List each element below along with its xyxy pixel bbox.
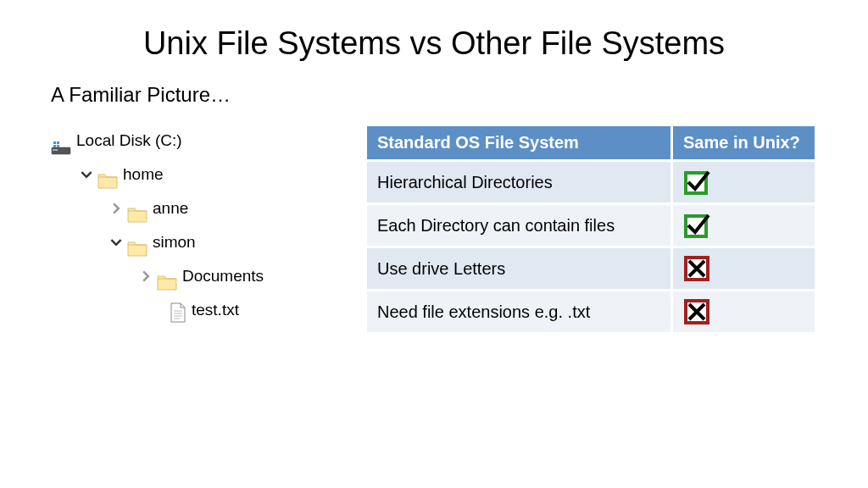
chevron-down-icon [81, 169, 92, 180]
svg-rect-4 [53, 145, 56, 147]
chevron-down-icon [110, 236, 122, 248]
table-row: Use drive Letters [366, 247, 816, 291]
check-icon [683, 212, 710, 239]
table-cell-status [672, 204, 816, 247]
chevron-right-icon [140, 270, 152, 282]
tree-node-simon: simon [51, 225, 314, 259]
svg-rect-2 [53, 141, 56, 144]
table-row: Hierarchical Directories [366, 161, 816, 204]
cross-icon [683, 298, 710, 325]
slide-title: Unix File Systems vs Other File Systems [51, 25, 817, 62]
table-cell-status [672, 291, 816, 334]
tree-label-testfile: test.txt [192, 292, 239, 328]
svg-rect-3 [57, 141, 59, 144]
disk-icon [51, 133, 71, 148]
comparison-table: Standard OS File System Same in Unix? Hi… [364, 124, 817, 335]
table-cell-feature: Hierarchical Directories [366, 161, 672, 204]
tree-label-documents: Documents [182, 258, 264, 294]
folder-icon [97, 166, 118, 183]
file-tree: Local Disk (C:) home anne [51, 124, 314, 335]
folder-icon [157, 268, 177, 285]
svg-rect-1 [53, 149, 58, 151]
table-row: Need file extensions e.g. .txt [366, 291, 816, 334]
chevron-right-icon [110, 202, 122, 214]
file-icon [170, 300, 186, 320]
table-header-row: Standard OS File System Same in Unix? [366, 125, 816, 161]
table-cell-status [672, 161, 816, 204]
slide-subtitle: A Familiar Picture… [51, 83, 817, 107]
table-cell-status [672, 247, 816, 291]
tree-node-testfile: test.txt [51, 293, 314, 327]
tree-label-simon: simon [153, 225, 196, 260]
tree-label-root: Local Disk (C:) [76, 123, 182, 158]
folder-icon [127, 234, 147, 251]
table-row: Each Directory can contain files [366, 204, 816, 247]
tree-node-root: Local Disk (C:) [51, 124, 314, 158]
table-header-same: Same in Unix? [672, 125, 816, 161]
tree-label-anne: anne [153, 191, 188, 226]
tree-label-home: home [123, 157, 164, 192]
svg-rect-5 [57, 145, 59, 147]
cross-icon [683, 255, 710, 282]
table-cell-feature: Need file extensions e.g. .txt [366, 291, 672, 334]
table-header-feature: Standard OS File System [366, 125, 672, 161]
content-area: Local Disk (C:) home anne [51, 124, 817, 335]
check-icon [683, 169, 710, 196]
table-cell-feature: Use drive Letters [366, 247, 672, 291]
tree-node-documents: Documents [51, 259, 314, 293]
table-cell-feature: Each Directory can contain files [366, 204, 672, 247]
folder-icon [127, 200, 147, 217]
tree-node-anne: anne [51, 191, 314, 225]
tree-node-home: home [51, 158, 314, 191]
